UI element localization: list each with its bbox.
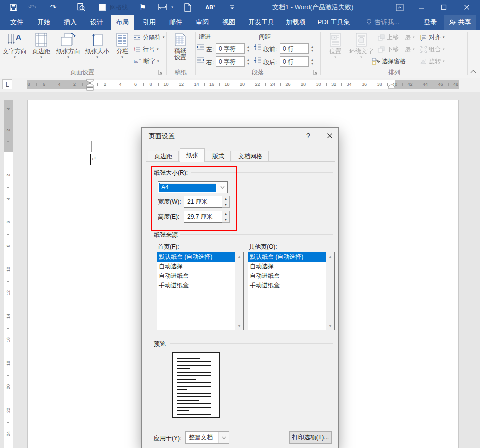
manuscript-setup-button[interactable]: 稿纸设置 xyxy=(168,31,193,67)
orientation-button[interactable]: 纸张方向 ▾ xyxy=(54,31,83,67)
scroll-down-icon[interactable]: ▼ xyxy=(236,322,244,330)
margins-button[interactable]: 页边距 ▾ xyxy=(29,31,54,67)
paper-source-option[interactable]: 默认纸盒 (自动选择) xyxy=(248,252,326,262)
ribbon-display-options-icon[interactable] xyxy=(389,0,411,15)
paper-source-option[interactable]: 自动选择 xyxy=(158,262,236,271)
redo-icon[interactable]: ↷ xyxy=(47,0,60,15)
width-tool-icon[interactable] xyxy=(156,0,170,15)
tab-references[interactable]: 引用 xyxy=(138,15,160,30)
height-spinner[interactable]: ▲ ▼ xyxy=(222,211,230,223)
dialog-tab-document-grid[interactable]: 文档网格 xyxy=(232,151,269,162)
bring-forward-button[interactable]: 上移一层▾ xyxy=(378,32,415,43)
listbox-scrollbar[interactable]: ▲ ▼ xyxy=(326,252,334,330)
paper-source-option[interactable]: 自动进纸盒 xyxy=(158,271,236,281)
collapse-ribbon-icon[interactable] xyxy=(468,67,479,76)
chevron-down-icon[interactable] xyxy=(217,182,228,193)
indent-left-input[interactable]: 0 字符 xyxy=(216,43,245,54)
width-spinner[interactable]: ▲ ▼ xyxy=(222,196,230,208)
gridlines-checkbox-icon[interactable] xyxy=(98,0,107,15)
tab-view[interactable]: 视图 xyxy=(218,15,240,30)
columns-button[interactable]: 分栏 ▾ xyxy=(112,31,133,67)
tab-mailings[interactable]: 邮件 xyxy=(165,15,187,30)
dialog-tab-paper[interactable]: 纸张 xyxy=(180,148,205,162)
other-pages-listbox[interactable]: ▲ ▼ 默认纸盒 (自动选择)自动选择自动进纸盒手动进纸盒 xyxy=(248,252,335,330)
tab-pdf-tools[interactable]: PDF工具集 xyxy=(313,15,355,30)
spin-up-icon[interactable]: ▲ xyxy=(222,196,230,202)
close-button[interactable] xyxy=(456,0,478,15)
paper-size-button[interactable]: 纸张大小 ▾ xyxy=(83,31,112,67)
undo-icon[interactable]: ↶▾ xyxy=(25,0,40,15)
tab-stop-selector[interactable]: L xyxy=(2,79,12,89)
rotate-button[interactable]: 旋转▾ xyxy=(420,56,445,67)
indent-left-spinner[interactable]: ▲▼ xyxy=(246,43,252,54)
text-direction-button[interactable]: A 文字方向 ▾ xyxy=(1,31,29,67)
hanging-indent-marker[interactable] xyxy=(86,83,94,87)
dialog-help-button[interactable]: ? xyxy=(302,130,315,141)
height-input[interactable]: 29.7 厘米 xyxy=(184,211,222,223)
sign-in-button[interactable]: 登录 xyxy=(420,15,441,30)
spacing-after-spinner[interactable]: ▲▼ xyxy=(310,56,316,67)
tab-home[interactable]: 开始 xyxy=(33,15,55,30)
right-indent-marker[interactable] xyxy=(388,84,396,89)
tab-developer[interactable]: 开发工具 xyxy=(244,15,278,30)
width-input[interactable]: 21 厘米 xyxy=(184,196,222,208)
ruler-tick xyxy=(144,83,144,86)
scroll-up-icon[interactable]: ▲ xyxy=(236,252,244,260)
flag-icon[interactable]: ⚑ xyxy=(136,0,150,15)
paper-source-option[interactable]: 手动进纸盒 xyxy=(248,281,326,290)
tab-file[interactable]: 文件 xyxy=(6,15,28,30)
scroll-down-icon[interactable]: ▼ xyxy=(326,322,334,330)
first-line-indent-marker[interactable] xyxy=(86,79,94,83)
group-objects-icon xyxy=(420,46,427,53)
selection-pane-button[interactable]: 选择窗格 xyxy=(372,56,406,67)
breaks-button[interactable]: 分隔符▾ xyxy=(134,32,165,43)
line-numbers-button[interactable]: 12 行号▾ xyxy=(134,44,159,55)
hyphenation-button[interactable]: bc 断字▾ xyxy=(134,56,160,67)
spacing-before-spinner[interactable]: ▲▼ xyxy=(310,43,316,54)
dialog-tab-layout[interactable]: 版式 xyxy=(206,151,231,162)
qat-more-icon[interactable] xyxy=(226,0,239,15)
indent-right-spinner[interactable]: ▲▼ xyxy=(246,56,252,67)
send-backward-button[interactable]: 下移一层▾ xyxy=(378,44,415,55)
spacing-before-input[interactable]: 0 行 xyxy=(280,43,309,54)
paper-source-option[interactable]: 默认纸盒 (自动选择) xyxy=(158,252,236,262)
tab-design[interactable]: 设计 xyxy=(86,15,108,30)
align-button[interactable]: 对齐▾ xyxy=(420,32,445,43)
print-preview-icon[interactable] xyxy=(74,0,89,15)
tell-me-box[interactable]: 告诉我... xyxy=(359,15,407,30)
dialog-close-button[interactable] xyxy=(323,130,337,141)
share-button[interactable]: 共享 xyxy=(444,15,476,30)
page-setup-dialog-launcher-icon[interactable] xyxy=(158,70,164,75)
paper-source-option[interactable]: 手动进纸盒 xyxy=(158,281,236,290)
scroll-up-icon[interactable]: ▲ xyxy=(326,252,334,260)
tab-layout[interactable]: 布局 xyxy=(111,15,134,30)
left-indent-marker[interactable] xyxy=(86,87,94,91)
chevron-down-icon[interactable] xyxy=(218,432,229,443)
paragraph-dialog-launcher-icon[interactable] xyxy=(313,70,318,75)
paper-source-option[interactable]: 自动进纸盒 xyxy=(248,271,326,281)
paper-size-combobox[interactable]: A4 xyxy=(158,181,228,193)
group-button[interactable]: 组合▾ xyxy=(420,44,445,55)
width-tool-caret-icon[interactable]: ▾ xyxy=(170,0,175,15)
listbox-scrollbar[interactable]: ▲ ▼ xyxy=(236,252,244,330)
tab-addins[interactable]: 加载项 xyxy=(282,15,310,30)
spin-up-icon[interactable]: ▲ xyxy=(222,211,230,217)
vertical-ruler[interactable]: 4224681012141618202224 xyxy=(4,100,13,448)
tab-insert[interactable]: 插入 xyxy=(60,15,82,30)
apply-to-combobox[interactable]: 整篇文档 xyxy=(186,431,230,444)
dialog-tab-margins[interactable]: 页边距 xyxy=(148,151,179,162)
new-page-icon[interactable] xyxy=(181,0,195,15)
save-icon[interactable] xyxy=(5,0,22,15)
maximize-button[interactable] xyxy=(433,0,455,15)
spin-down-icon[interactable]: ▼ xyxy=(222,217,230,223)
minimize-button[interactable] xyxy=(411,0,433,15)
print-options-button[interactable]: 打印选项(T)... xyxy=(290,431,332,444)
footnote-icon[interactable]: AB¹ xyxy=(202,0,219,15)
position-button[interactable]: 位置 ▾ xyxy=(325,31,346,67)
first-page-listbox[interactable]: ▲ ▼ 默认纸盒 (自动选择)自动选择自动进纸盒手动进纸盒 xyxy=(157,252,244,330)
spin-down-icon[interactable]: ▼ xyxy=(222,202,230,208)
tab-review[interactable]: 审阅 xyxy=(192,15,214,30)
indent-right-input[interactable]: 0 字符 xyxy=(216,56,245,67)
spacing-after-input[interactable]: 0 行 xyxy=(280,56,309,67)
paper-source-option[interactable]: 自动选择 xyxy=(248,262,326,271)
